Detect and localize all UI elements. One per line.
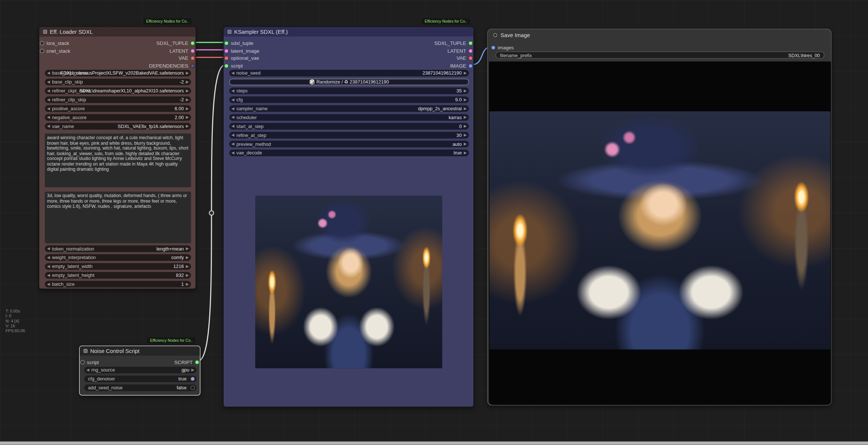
- right-arrow-icon[interactable]: ▶: [186, 97, 189, 102]
- widget-vae-decode[interactable]: ◀ vae_decode true ▶: [229, 150, 469, 156]
- input-slot-script[interactable]: script: [80, 359, 99, 366]
- randomize-seed-button[interactable]: 🎲 Randomize / ♻ 238710419612190: [229, 79, 469, 85]
- sampler-preview-image[interactable]: [255, 196, 442, 369]
- output-slot-vae[interactable]: VAE: [457, 54, 473, 61]
- right-arrow-icon[interactable]: ▶: [186, 71, 189, 76]
- widget-preview-method[interactable]: ◀ preview_method auto ▶: [229, 141, 469, 147]
- widget-refiner-clip-skip[interactable]: ◀ refiner_clip_skip -2 ▶: [45, 96, 191, 103]
- right-arrow-icon[interactable]: ▶: [464, 132, 467, 138]
- input-slot-sdxl-tuple[interactable]: sdxl_tuple: [224, 39, 253, 46]
- toggle-off-icon[interactable]: [190, 386, 195, 390]
- widget-base-clip-skip[interactable]: ◀ base_clip_skip -2 ▶: [45, 79, 191, 85]
- slot-dot-icon[interactable]: [190, 56, 195, 60]
- widget-add-seed-noise[interactable]: add_seed_noise false: [84, 385, 197, 391]
- left-arrow-icon[interactable]: ◀: [231, 141, 234, 147]
- left-arrow-icon[interactable]: ◀: [231, 97, 234, 102]
- left-arrow-icon[interactable]: ◀: [47, 71, 50, 76]
- slot-dot-icon[interactable]: [224, 49, 228, 53]
- slot-dot-icon[interactable]: [40, 41, 44, 45]
- left-arrow-icon[interactable]: ◀: [47, 106, 50, 111]
- widget-sampler-name[interactable]: ◀ sampler_name dpmpp_2s_ancestral ▶: [229, 105, 469, 112]
- collapse-icon[interactable]: [227, 30, 231, 34]
- widget-noise-seed[interactable]: ◀ noise_seed 238710419612190 ▶: [229, 70, 469, 76]
- right-arrow-icon[interactable]: ▶: [186, 106, 189, 111]
- widget-steps[interactable]: ◀ steps 35 ▶: [229, 88, 469, 94]
- left-arrow-icon[interactable]: ◀: [231, 150, 234, 156]
- left-arrow-icon[interactable]: ◀: [231, 106, 234, 111]
- slot-dot-icon[interactable]: [224, 63, 228, 68]
- slot-dot-icon[interactable]: [190, 49, 195, 53]
- node-header[interactable]: Noise Control Script: [80, 346, 200, 356]
- widget-start-at-step[interactable]: ◀ start_at_step 0 ▶: [229, 123, 469, 130]
- left-arrow-icon[interactable]: ◀: [86, 367, 89, 373]
- widget-batch-size[interactable]: ◀ batch_size 1 ▶: [45, 281, 191, 288]
- left-arrow-icon[interactable]: ◀: [47, 272, 50, 278]
- input-slot-latent-image[interactable]: latent_image: [224, 47, 259, 54]
- slot-dot-icon[interactable]: [224, 56, 228, 60]
- node-noise-control-script[interactable]: Noise Control Script script SCRIPT ◀ rng…: [79, 346, 200, 395]
- widget-refine-at-step[interactable]: ◀ refine_at_step 30 ▶: [229, 132, 469, 138]
- input-slot-optional-vae[interactable]: optional_vae: [224, 54, 259, 61]
- left-arrow-icon[interactable]: ◀: [47, 88, 50, 94]
- slot-dot-icon[interactable]: [224, 41, 228, 45]
- output-slot-image[interactable]: IMAGE: [450, 62, 473, 69]
- output-slot-sdxl-tuple[interactable]: SDXL_TUPLE: [157, 39, 195, 46]
- left-arrow-icon[interactable]: ◀: [47, 97, 50, 102]
- right-arrow-icon[interactable]: ▶: [186, 272, 189, 278]
- left-arrow-icon[interactable]: ◀: [231, 88, 234, 94]
- slot-dot-icon[interactable]: [468, 63, 473, 68]
- input-slot-lora-stack[interactable]: lora_stack: [40, 39, 69, 46]
- left-arrow-icon[interactable]: ◀: [47, 264, 50, 269]
- slot-dot-icon[interactable]: [491, 45, 496, 50]
- right-arrow-icon[interactable]: ▶: [186, 246, 189, 252]
- slot-dot-icon[interactable]: [468, 56, 473, 60]
- right-arrow-icon[interactable]: ▶: [191, 367, 194, 373]
- collapse-dot-icon[interactable]: [493, 33, 497, 37]
- slot-dot-icon[interactable]: [190, 41, 195, 45]
- right-arrow-icon[interactable]: ▶: [186, 88, 189, 94]
- right-arrow-icon[interactable]: ▶: [464, 115, 467, 120]
- slot-dot-icon[interactable]: [468, 41, 473, 45]
- widget-vae-name[interactable]: ◀ vae_name SDXL_VAEfix_fp16.safetensors …: [45, 123, 191, 130]
- left-arrow-icon[interactable]: ◀: [47, 79, 50, 85]
- widget-weight-interpretation[interactable]: ◀ weight_interpretation comfy ▶: [45, 254, 191, 261]
- left-arrow-icon[interactable]: ◀: [231, 124, 234, 129]
- input-slot-images[interactable]: images: [491, 44, 514, 51]
- widget-scheduler[interactable]: ◀ scheduler karras ▶: [229, 114, 469, 121]
- right-arrow-icon[interactable]: ▶: [464, 88, 467, 94]
- collapse-icon[interactable]: [83, 349, 87, 353]
- node-header[interactable]: Save Image: [488, 29, 831, 40]
- node-save-image[interactable]: Save Image images filename_prefix SDXL\h…: [487, 29, 831, 406]
- right-arrow-icon[interactable]: ▶: [186, 264, 189, 269]
- slot-dot-icon[interactable]: [40, 49, 44, 53]
- left-arrow-icon[interactable]: ◀: [47, 246, 50, 252]
- widget-empty-latent-height[interactable]: ◀ empty_latent_height 832 ▶: [45, 272, 191, 279]
- left-arrow-icon[interactable]: ◀: [231, 71, 234, 76]
- collapse-icon[interactable]: [43, 30, 47, 34]
- node-header[interactable]: Eff. Loader SDXL: [39, 27, 195, 36]
- right-arrow-icon[interactable]: ▶: [464, 97, 467, 102]
- node-ksampler-sdxl[interactable]: KSampler SDXL (Eff.) sdxl_tuple latent_i…: [223, 27, 474, 407]
- output-slot-latent[interactable]: LATENT: [447, 47, 473, 54]
- right-arrow-icon[interactable]: ▶: [464, 150, 467, 156]
- toggle-on-icon[interactable]: [190, 377, 195, 381]
- left-arrow-icon[interactable]: ◀: [47, 115, 50, 120]
- left-arrow-icon[interactable]: ◀: [47, 255, 50, 261]
- node-header[interactable]: KSampler SDXL (Eff.): [224, 27, 473, 36]
- output-slot-sdxl-tuple[interactable]: SDXL_TUPLE: [434, 39, 473, 46]
- slot-dot-icon[interactable]: [468, 49, 473, 53]
- right-arrow-icon[interactable]: ▶: [186, 79, 189, 85]
- widget-rng-source[interactable]: ◀ rng_source gpu ▶: [84, 367, 197, 373]
- positive-prompt-textarea[interactable]: award winning character concept art of, …: [45, 134, 191, 187]
- slot-dot-icon[interactable]: [190, 63, 195, 68]
- link-script-midpoint-dot[interactable]: [209, 211, 214, 215]
- output-slot-vae[interactable]: VAE: [179, 54, 195, 61]
- left-arrow-icon[interactable]: ◀: [231, 115, 234, 120]
- widget-refiner-ckpt-name[interactable]: ◀ refiner_ckpt_name SDXL\dreamshaperXL10…: [45, 88, 191, 94]
- widget-positive-ascore[interactable]: ◀ positive_ascore 6.00 ▶: [45, 105, 191, 112]
- right-arrow-icon[interactable]: ▶: [464, 124, 467, 129]
- slot-dot-icon[interactable]: [80, 360, 85, 364]
- widget-cfg-denoiser[interactable]: cfg_denoiser true: [84, 376, 197, 382]
- right-arrow-icon[interactable]: ▶: [464, 141, 467, 147]
- node-graph-canvas[interactable]: Efficiency Nodes for Co.. Efficiency Nod…: [0, 0, 868, 445]
